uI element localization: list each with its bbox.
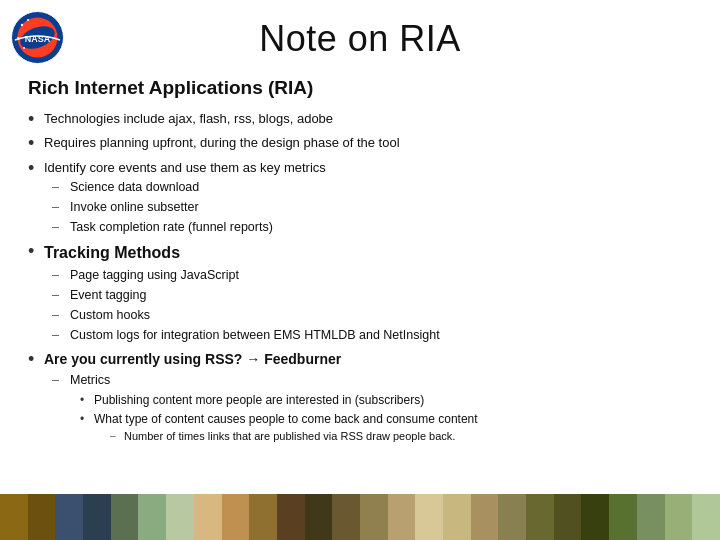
svg-point-5: [21, 24, 23, 26]
sub-1-text: Science data download: [70, 178, 199, 197]
bullet-dot-2: •: [28, 133, 44, 155]
sub-item-3: –Task completion rate (funnel reports): [52, 218, 326, 237]
main-bullets: • Technologies include ajax, flash, rss,…: [28, 109, 692, 449]
bullet-dot-tracking: •: [28, 241, 44, 263]
dash-t2: –: [52, 286, 70, 305]
sub-item-1: –Science data download: [52, 178, 326, 197]
track-sub-3: –Custom hooks: [52, 306, 440, 325]
nasa-logo: NASA: [10, 10, 65, 65]
track-sub-4-text: Custom logs for integration between EMS …: [70, 326, 440, 345]
dash-t3: –: [52, 306, 70, 325]
bullet-3: • Identify core events and use them as k…: [28, 158, 692, 239]
bullet-dot-rss: •: [28, 349, 44, 371]
rss-heading: Are you currently using RSS? → Feedburne…: [44, 351, 341, 367]
tracking-sublist: –Page tagging using JavaScript –Event ta…: [52, 266, 440, 344]
bullet-3-sublist: –Science data download –Invoke online su…: [52, 178, 326, 236]
bullet-small-2: •: [80, 410, 94, 428]
bullet-dot-1: •: [28, 109, 44, 131]
track-sub-2: –Event tagging: [52, 286, 440, 305]
bullet-3-text: Identify core events and use them as key…: [44, 160, 326, 175]
ria-heading: Rich Internet Applications (RIA): [28, 74, 692, 103]
sub-sub-sub: – Number of times links that are publish…: [110, 428, 478, 445]
bullet-small-1: •: [80, 391, 94, 409]
track-sub-4: –Custom logs for integration between EMS…: [52, 326, 440, 345]
track-sub-1-text: Page tagging using JavaScript: [70, 266, 239, 285]
sub-sub-sub-1: – Number of times links that are publish…: [110, 428, 478, 445]
bullet-dot-3: •: [28, 158, 44, 180]
metrics-sub-2: • What type of content causes people to …: [80, 410, 478, 446]
svg-point-8: [23, 47, 25, 49]
dash-ssub: –: [110, 428, 124, 443]
sub-sub-sub-text: Number of times links that are published…: [124, 428, 455, 445]
bullet-2: • Requires planning upfront, during the …: [28, 133, 692, 155]
sub-item-2: –Invoke online subsetter: [52, 198, 326, 217]
dash-3: –: [52, 218, 70, 237]
metrics-sub-1: • Publishing content more people are int…: [80, 391, 478, 409]
sub-3-text: Task completion rate (funnel reports): [70, 218, 273, 237]
dash-t1: –: [52, 266, 70, 285]
bullet-1: • Technologies include ajax, flash, rss,…: [28, 109, 692, 131]
rss-metrics-text: Metrics: [70, 373, 110, 387]
track-sub-3-text: Custom hooks: [70, 306, 150, 325]
svg-point-6: [27, 19, 29, 21]
rss-sublist: – Metrics • Publishing content more peop…: [52, 371, 478, 446]
dash-1: –: [52, 178, 70, 197]
slide-title: Note on RIA: [0, 0, 720, 74]
metrics-sub-2-text: What type of content causes people to co…: [94, 412, 478, 426]
tracking-heading: Tracking Methods: [44, 244, 180, 261]
bottom-image-strip: [0, 494, 720, 540]
dash-rss1: –: [52, 371, 70, 390]
bullet-tracking: • Tracking Methods –Page tagging using J…: [28, 241, 692, 346]
bullet-1-text: Technologies include ajax, flash, rss, b…: [44, 109, 333, 129]
dash-t4: –: [52, 326, 70, 345]
metrics-sublist: • Publishing content more people are int…: [80, 391, 478, 446]
track-sub-1: –Page tagging using JavaScript: [52, 266, 440, 285]
main-content: Rich Internet Applications (RIA) • Techn…: [0, 74, 720, 449]
sub-2-text: Invoke online subsetter: [70, 198, 199, 217]
dash-2: –: [52, 198, 70, 217]
track-sub-2-text: Event tagging: [70, 286, 146, 305]
rss-sub-metrics: – Metrics • Publishing content more peop…: [52, 371, 478, 446]
metrics-sub-1-text: Publishing content more people are inter…: [94, 391, 424, 409]
bullet-rss: • Are you currently using RSS? → Feedbur…: [28, 349, 692, 448]
bullet-2-text: Requires planning upfront, during the de…: [44, 133, 400, 153]
